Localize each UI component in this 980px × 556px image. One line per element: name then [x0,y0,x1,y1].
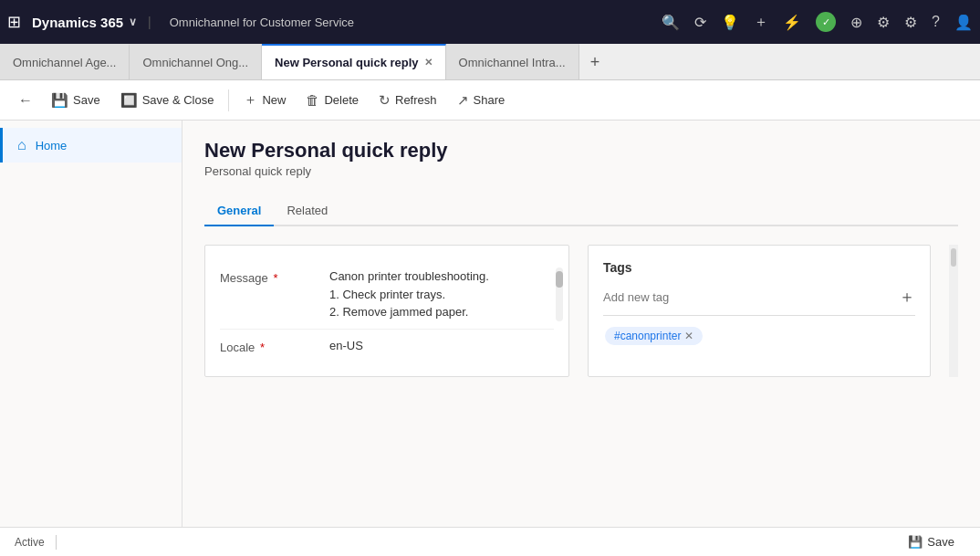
required-star: * [273,271,277,285]
settings-icon[interactable]: ⚙ [877,14,890,31]
save-close-button[interactable]: 🔲 Save & Close [111,88,224,113]
form-panel: Message * Canon printer troubleshooting.… [204,245,569,377]
message-scrollbar[interactable] [556,268,563,321]
tags-container: #canonprinter ✕ [603,325,915,347]
help-icon[interactable]: ? [932,14,940,30]
save-close-icon: 🔲 [120,92,138,109]
tag-label: #canonprinter [614,330,681,342]
status-badge: Active [15,536,45,549]
locale-required-star: * [260,341,265,354]
delete-icon: 🗑 [306,92,319,108]
toolbar-divider [228,89,229,111]
form-area: Message * Canon printer troubleshooting.… [204,245,958,377]
settings2-icon[interactable]: ⚙ [904,14,917,31]
grid-icon[interactable]: ⊞ [7,12,21,32]
lightbulb-icon[interactable]: 💡 [721,14,739,31]
save-button[interactable]: 💾 Save [42,88,109,113]
tag-add-icon[interactable]: ＋ [899,286,915,308]
back-button[interactable]: ← [11,88,40,113]
share-button[interactable]: ↗ Share [448,88,515,113]
brand-chevron-icon: ∨ [129,16,137,28]
message-label: Message * [220,268,329,285]
page-title: New Personal quick reply [204,139,958,163]
search-icon[interactable]: 🔍 [662,14,680,31]
tab-new-personal-quick-reply[interactable]: New Personal quick reply ✕ [262,44,446,79]
status-bar: Active 💾 Save [0,527,980,556]
tags-panel: Tags ＋ #canonprinter ✕ [588,245,931,377]
brand-label: Dynamics 365 [32,15,123,30]
save-icon: 💾 [51,92,68,109]
locale-value[interactable]: en-US [329,337,554,355]
sidebar-item-home[interactable]: ⌂ Home [0,128,182,163]
locale-row: Locale * en-US [220,330,554,362]
tab-related[interactable]: Related [274,196,340,226]
new-button[interactable]: ＋ New [235,87,295,113]
top-nav: ⊞ Dynamics 365 ∨ | Omnichannel for Custo… [0,0,980,44]
nav-right-icons: 🔍 ⟳ 💡 ＋ ⚡ ✓ ⊕ ⚙ ⚙ ? 👤 [662,12,973,32]
add-tab-button[interactable]: + [579,46,611,79]
tab-bar: Omnichannel Age... Omnichannel Ong... Ne… [0,44,980,80]
toolbar: ← 💾 Save 🔲 Save & Close ＋ New 🗑 Delete ↻… [0,80,980,121]
tag-input-row: ＋ [603,286,915,316]
new-icon: ＋ [244,91,257,109]
content-tabs: General Related [204,196,958,226]
delete-button[interactable]: 🗑 Delete [297,88,368,112]
add-icon[interactable]: ＋ [754,13,768,32]
brand[interactable]: Dynamics 365 ∨ [32,15,137,30]
status-divider [56,535,57,550]
status-circle: ✓ [816,12,836,32]
tab-omnichannel-ong[interactable]: Omnichannel Ong... [130,44,262,79]
status-left: Active [15,535,60,550]
main-layout: ⌂ Home New Personal quick reply Personal… [0,121,980,527]
scrollbar-thumb [556,271,563,288]
tag-remove-icon[interactable]: ✕ [684,330,693,342]
filter-icon[interactable]: ⚡ [783,14,801,31]
app-name-label: Omnichannel for Customer Service [170,16,354,29]
tab-omnichannel-intra[interactable]: Omnichannel Intra... [446,44,579,79]
sidebar: ⌂ Home [0,121,182,527]
tab-omnichannel-agent[interactable]: Omnichannel Age... [0,44,130,79]
circle-plus-icon[interactable]: ⊕ [850,14,862,31]
right-scrollbar[interactable] [949,245,958,377]
status-save-button[interactable]: 💾 Save [897,531,965,552]
message-row: Message * Canon printer troubleshooting.… [220,260,554,330]
home-icon: ⌂ [17,137,26,153]
locale-label: Locale * [220,337,329,354]
message-value[interactable]: Canon printer troubleshooting. 1. Check … [329,268,554,321]
refresh-icon: ↻ [379,92,391,109]
message-container: Canon printer troubleshooting. 1. Check … [329,268,554,321]
tab-close-icon[interactable]: ✕ [424,57,433,68]
tag-input[interactable] [603,290,899,304]
refresh-button[interactable]: ↻ Refresh [370,88,446,113]
tab-general[interactable]: General [204,196,274,226]
tags-title: Tags [603,260,915,275]
status-save-icon: 💾 [908,535,923,549]
share-icon: ↗ [457,92,469,109]
right-scroll-thumb [951,248,956,267]
user-icon[interactable]: 👤 [954,14,973,31]
refresh-nav-icon[interactable]: ⟳ [694,14,706,31]
page-subtitle: Personal quick reply [204,164,958,178]
page-content: New Personal quick reply Personal quick … [182,121,980,527]
tag-item: #canonprinter ✕ [605,327,703,345]
